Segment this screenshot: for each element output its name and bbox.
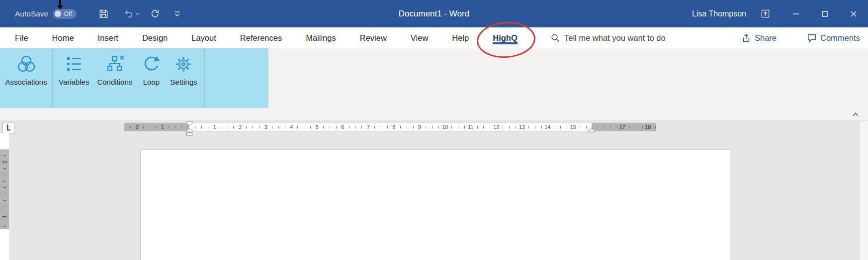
ruler-number: 1 xyxy=(1,212,8,221)
first-line-indent-marker[interactable] xyxy=(186,121,193,126)
ruler-right-margin: 1718 xyxy=(592,123,656,131)
quick-access-toolbar: AutoSave Off xyxy=(15,0,180,27)
autosave-label: AutoSave xyxy=(15,9,48,18)
associations-button[interactable]: Associations xyxy=(1,48,51,86)
chevron-down-icon xyxy=(135,12,139,15)
ruler-number: 17 xyxy=(609,123,635,131)
ruler-number: 11 xyxy=(458,123,484,131)
tell-me-label: Tell me what you want to do xyxy=(564,33,666,43)
ruler-number: 14 xyxy=(535,123,561,131)
close-button[interactable] xyxy=(839,0,868,27)
ribbon-group-3 xyxy=(205,48,268,108)
tab-layout[interactable]: Layout xyxy=(179,27,228,48)
maximize-icon xyxy=(822,11,828,17)
autosave-knob xyxy=(55,10,61,17)
mouse-cursor-icon xyxy=(57,0,64,10)
ribbon-button-label: Loop xyxy=(143,78,160,86)
undo-icon xyxy=(124,9,134,19)
loop-icon xyxy=(140,53,162,75)
tab-label: HighQ xyxy=(493,31,518,44)
tab-references[interactable]: References xyxy=(228,27,294,48)
ruler-left-margin: 21 xyxy=(124,123,189,131)
minimize-button[interactable] xyxy=(781,0,810,27)
document-page[interactable] xyxy=(140,149,730,260)
tab-label: View xyxy=(411,31,428,44)
ruler-number: 15 xyxy=(560,123,586,131)
redo-icon xyxy=(150,9,160,19)
close-icon xyxy=(851,11,857,17)
ribbon-button-label: Settings xyxy=(170,78,197,86)
settings-icon xyxy=(173,53,194,75)
tab-label: Layout xyxy=(191,31,216,44)
conditions-button[interactable]: Conditions xyxy=(93,48,136,86)
tab-review[interactable]: Review xyxy=(348,27,399,48)
ribbon-group-1: Associations xyxy=(0,48,53,108)
share-label: Share xyxy=(755,33,777,43)
tab-design[interactable]: Design xyxy=(130,27,179,48)
ruler-number: 5 xyxy=(304,123,330,131)
tab-label: Insert xyxy=(98,31,118,44)
loop-button[interactable]: Loop xyxy=(136,48,166,86)
save-icon xyxy=(98,8,109,19)
comments-button[interactable]: Comments xyxy=(807,27,860,48)
customize-quick-access-toolbar-button[interactable] xyxy=(174,11,180,17)
tab-help[interactable]: Help xyxy=(440,27,481,48)
tab-label: File xyxy=(15,31,28,44)
autosave-toggle[interactable]: AutoSave Off xyxy=(15,9,77,19)
variables-icon xyxy=(63,53,85,75)
document-title: Document1 - Word xyxy=(209,0,659,27)
tab-view[interactable]: View xyxy=(399,27,440,48)
share-button[interactable]: Share xyxy=(742,27,777,48)
word-window: AutoSave Off xyxy=(0,0,868,260)
ribbon-display-options-button[interactable] xyxy=(761,9,770,18)
undo-button[interactable] xyxy=(124,9,134,19)
save-button[interactable] xyxy=(98,8,109,19)
tab-file[interactable]: File xyxy=(3,27,40,48)
user-name[interactable]: Lisa Thompson xyxy=(692,9,746,18)
share-icon xyxy=(742,33,751,42)
title-bar-right: Lisa Thompson xyxy=(692,0,868,27)
tab-label: Help xyxy=(452,31,469,44)
ruler-number: 9 xyxy=(407,123,433,131)
ribbon-tab-bar: FileHomeInsertDesignLayoutReferencesMail… xyxy=(0,27,868,48)
tab-highq[interactable]: HighQ xyxy=(481,27,529,48)
associations-icon xyxy=(15,53,37,75)
tab-insert[interactable]: Insert xyxy=(86,27,130,48)
tab-stop-selector[interactable]: L xyxy=(2,122,14,134)
tell-me-box[interactable]: Tell me what you want to do xyxy=(551,27,666,48)
maximize-button[interactable] xyxy=(810,0,839,27)
ruler-number: 4 xyxy=(279,123,305,131)
ribbon-group-2: VariablesConditionsLoopSettings xyxy=(53,48,205,108)
ruler-number: 8 xyxy=(381,123,407,131)
chevron-up-icon xyxy=(852,111,860,119)
ruler-number: 2 xyxy=(228,123,254,131)
ribbon-button-label: Associations xyxy=(5,78,47,86)
variables-button[interactable]: Variables xyxy=(55,48,93,86)
left-indent-marker[interactable] xyxy=(186,132,192,136)
ribbon-display-options-icon xyxy=(761,9,770,18)
horizontal-ruler[interactable]: 21 123456789101112131415 1718 xyxy=(124,123,656,131)
highq-ribbon-group: Associations VariablesConditionsLoopSett… xyxy=(0,48,268,108)
search-icon xyxy=(551,33,560,42)
ruler-number: 12 xyxy=(484,123,510,131)
ruler-number: 1 xyxy=(202,123,228,131)
ribbon: Associations VariablesConditionsLoopSett… xyxy=(0,48,868,121)
title-bar: AutoSave Off xyxy=(0,0,868,27)
ruler-number: 2 xyxy=(1,157,8,166)
tab-mailings[interactable]: Mailings xyxy=(294,27,348,48)
tab-label: Design xyxy=(142,31,168,44)
comments-label: Comments xyxy=(820,33,860,43)
collapse-ribbon-button[interactable] xyxy=(849,110,862,120)
vertical-scrollbar[interactable] xyxy=(860,121,868,260)
hanging-indent-marker[interactable] xyxy=(186,128,193,132)
vertical-ruler[interactable]: 21 xyxy=(0,133,9,260)
right-indent-marker[interactable] xyxy=(588,128,595,132)
tab-home[interactable]: Home xyxy=(40,27,86,48)
undo-dropdown-button[interactable] xyxy=(135,12,139,15)
conditions-icon xyxy=(104,53,126,75)
ruler-number: 10 xyxy=(433,123,458,131)
ribbon-button-label: Variables xyxy=(59,78,89,86)
redo-button[interactable] xyxy=(150,9,160,19)
tab-label: References xyxy=(240,31,282,44)
settings-button[interactable]: Settings xyxy=(166,48,201,86)
